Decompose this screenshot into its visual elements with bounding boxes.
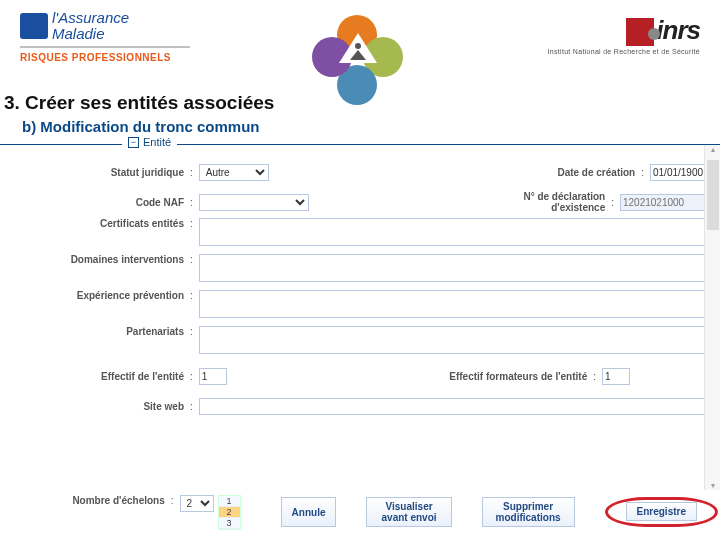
domaines-label: Domaines interventions <box>70 254 188 265</box>
am-icon <box>20 13 48 39</box>
decl-label: N° de déclaration d'existence <box>469 191 609 213</box>
experience-label: Expérience prévention <box>70 290 188 301</box>
delete-button[interactable]: Supprimer modifications <box>482 497 575 527</box>
date-input[interactable] <box>650 164 712 181</box>
list-item[interactable]: 3 <box>219 518 240 529</box>
logo-assurance-maladie: l'Assurance Maladie RISQUES PROFESSIONNE… <box>20 10 190 63</box>
list-item[interactable]: 2 <box>219 507 240 518</box>
statut-select[interactable]: Autre <box>199 164 269 181</box>
certs-label: Certificats entités <box>70 218 188 229</box>
inrs-icon <box>626 18 654 46</box>
statut-label: Statut juridique <box>70 167 188 178</box>
entity-form: Statut juridique: Autre Date de création… <box>70 158 720 422</box>
naf-select[interactable] <box>199 194 309 211</box>
partenariats-label: Partenariats <box>70 326 188 337</box>
list-item[interactable]: 1 <box>219 496 240 507</box>
page-scrollbar[interactable]: ▴ ▾ <box>704 145 720 490</box>
site-input[interactable] <box>199 398 720 415</box>
am-risques: RISQUES PROFESSIONNELS <box>20 52 190 63</box>
fieldset-legend[interactable]: − Entité <box>122 136 177 148</box>
subsection-title: b) Modification du tronc commun <box>22 118 720 135</box>
scroll-up-icon[interactable]: ▴ <box>711 145 715 154</box>
effectif-form-label: Effectif formateurs de l'entité <box>431 371 591 382</box>
scroll-thumb[interactable] <box>707 160 719 230</box>
center-logo-icon <box>310 15 405 110</box>
partenariats-textarea[interactable]: ▴▾ <box>199 326 720 354</box>
effectif-input[interactable] <box>199 368 227 385</box>
certs-textarea[interactable]: ▴▾ <box>199 218 720 246</box>
am-line2: Maladie <box>52 26 129 42</box>
effectif-label: Effectif de l'entité <box>70 371 188 382</box>
am-line1: l'Assurance <box>52 9 129 26</box>
inrs-text: inrs <box>656 15 700 46</box>
preview-button[interactable]: Visualiser avant envoi <box>366 497 451 527</box>
effectif-form-input[interactable] <box>602 368 630 385</box>
highlight-ellipse: Enregistre <box>605 497 718 527</box>
experience-textarea[interactable]: ▴▾ <box>199 290 720 318</box>
echelons-label: Nombre d'échelons <box>70 495 169 506</box>
cancel-button[interactable]: Annule <box>281 497 337 527</box>
site-label: Site web <box>70 401 188 412</box>
logo-inrs: inrs Institut National de Recherche et d… <box>548 15 700 55</box>
echelons-select[interactable]: 2 <box>180 495 214 512</box>
collapse-icon[interactable]: − <box>128 137 139 148</box>
date-label: Date de création <box>499 167 639 178</box>
echelons-listbox[interactable]: 1 2 3 <box>218 495 241 530</box>
legend-text: Entité <box>143 136 171 148</box>
scroll-down-icon[interactable]: ▾ <box>711 481 715 490</box>
domaines-textarea[interactable]: ▴▾ <box>199 254 720 282</box>
naf-label: Code NAF <box>70 197 188 208</box>
save-button[interactable]: Enregistre <box>626 502 697 521</box>
inrs-subtitle: Institut National de Recherche et de Séc… <box>548 48 700 55</box>
